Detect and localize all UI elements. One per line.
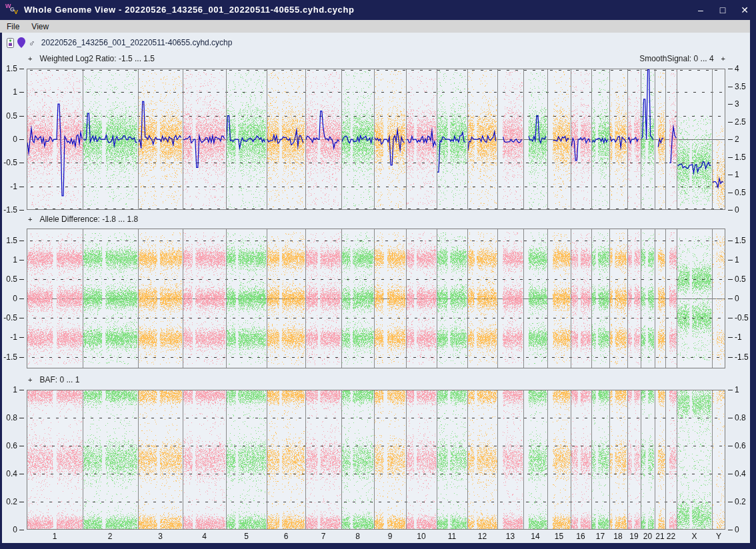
app-icon-letter-v: V (14, 9, 18, 15)
y-axis-tick-label-left: 1 (0, 385, 17, 394)
chromosome-label: 22 (665, 532, 677, 541)
y-axis-tick-label-left: -0.5 (0, 313, 17, 322)
y-axis-tick-label-right: 1 (735, 170, 739, 179)
y-axis-tick-label-right: 0 (735, 205, 739, 215)
expand-icon[interactable]: + (28, 215, 32, 223)
y-axis-tick-label-left: 0.2 (0, 497, 17, 506)
y-axis-tick-label-left: 0.5 (0, 111, 17, 121)
expand-icon[interactable]: + (28, 55, 32, 63)
chromosome-label: 14 (523, 532, 547, 541)
expand-icon[interactable]: + (721, 55, 725, 63)
chromosome-label: 1 (27, 532, 83, 541)
menu-view[interactable]: View (25, 22, 55, 31)
chromosome-label: 5 (226, 532, 267, 541)
y-axis-tick-label-left: -1.5 (0, 352, 17, 362)
menu-bar: File View (0, 20, 750, 33)
maximize-button[interactable]: □ (718, 0, 727, 20)
window-title: Whole Genome View - 20220526_143256_001_… (24, 0, 355, 20)
y-axis-tick-label-right: 0 (735, 294, 739, 303)
panel-header-smoothsignal: SmoothSignal: 0 ... 4+ (533, 54, 725, 63)
genome-plot-canvas[interactable] (0, 0, 756, 549)
panel-header-allele-difference: +Allele Difference: -1.8 ... 1.8 (28, 215, 138, 224)
chromosome-label: 3 (138, 532, 183, 541)
chromosome-label: Y (712, 532, 725, 541)
y-axis-tick-label-left: 0.6 (0, 441, 17, 450)
array-chip-icon (7, 38, 14, 48)
chromosome-label: 12 (467, 532, 497, 541)
y-axis-tick-label-right: 0.6 (735, 441, 746, 450)
y-axis-tick-label-right: 1 (735, 255, 739, 265)
y-axis-tick-label-left: -1 (0, 182, 17, 191)
y-axis-tick-label-left: 0 (0, 294, 17, 303)
y-axis-tick-label-left: 1 (0, 87, 17, 97)
y-axis-tick-label-right: -1.5 (735, 352, 749, 362)
chromosome-label: 6 (267, 532, 305, 541)
title-bar: W G V Whole Genome View - 20220526_14325… (0, 0, 756, 20)
chromosome-label: 4 (183, 532, 226, 541)
chromosome-label: 8 (341, 532, 374, 541)
menu-file[interactable]: File (0, 22, 25, 31)
chromosome-label: 10 (406, 532, 437, 541)
y-axis-tick-label-right: 1.5 (735, 153, 746, 162)
sample-row: ♂ 20220526_143256_001_20220511-40655.cyh… (7, 35, 232, 51)
y-axis-tick-label-right: 0.8 (735, 413, 746, 422)
chromosome-label: 16 (571, 532, 591, 541)
expand-icon[interactable]: + (28, 376, 32, 384)
chromosome-label: 11 (437, 532, 467, 541)
chromosome-label: 13 (497, 532, 523, 541)
y-axis-tick-label-left: -1.5 (0, 205, 17, 215)
y-axis-tick-label-left: 0 (0, 525, 17, 534)
right-axis-title-smoothsignal: SmoothSignal: 0 ... 4 (639, 54, 713, 63)
y-axis-tick-label-left: -0.5 (0, 158, 17, 167)
y-axis-tick-label-left: 1 (0, 255, 17, 265)
chromosome-label: 21 (655, 532, 665, 541)
chromosome-label: 18 (609, 532, 627, 541)
chromosome-label: 9 (374, 532, 406, 541)
y-axis-tick-label-right: 1 (735, 385, 739, 394)
y-axis-tick-label-right: 2.5 (735, 117, 746, 127)
y-axis-tick-label-right: 0.5 (735, 188, 746, 197)
male-sex-icon: ♂ (29, 38, 35, 48)
y-axis-tick-label-right: 0.5 (735, 274, 746, 284)
panel-title-weighted-log2: Weighted Log2 Ratio: -1.5 ... 1.5 (39, 54, 155, 63)
window-controls: – □ ✕ (696, 0, 749, 20)
y-axis-tick-label-right: 3.5 (735, 82, 746, 91)
panel-header-weighted-log2: +Weighted Log2 Ratio: -1.5 ... 1.5 (28, 54, 155, 63)
panel-header-baf: +BAF: 0 ... 1 (28, 375, 79, 384)
panel-title-baf: BAF: 0 ... 1 (39, 375, 79, 384)
chromosome-label: 7 (305, 532, 341, 541)
panel-title-allele-difference: Allele Difference: -1.8 ... 1.8 (39, 215, 138, 224)
y-axis-tick-label-left: 0 (0, 135, 17, 144)
chromosome-label: X (677, 532, 712, 541)
y-axis-tick-label-left: 1.5 (0, 236, 17, 245)
y-axis-tick-label-right: 3 (735, 99, 739, 109)
sample-marker-icon (17, 37, 25, 48)
chromosome-label: 17 (591, 532, 609, 541)
chromosome-label: 15 (547, 532, 571, 541)
y-axis-tick-label-right: 1.5 (735, 236, 746, 245)
y-axis-tick-label-left: 0.5 (0, 274, 17, 284)
y-axis-tick-label-right: 0.4 (735, 469, 746, 478)
y-axis-tick-label-right: 0.2 (735, 497, 746, 506)
chromosome-label: 20 (641, 532, 655, 541)
y-axis-tick-label-right: 0 (735, 525, 739, 534)
minimize-button[interactable]: – (696, 0, 705, 20)
y-axis-tick-label-right: -0.5 (735, 313, 749, 322)
y-axis-tick-label-left: 1.5 (0, 64, 17, 73)
y-axis-tick-label-right: 2 (735, 135, 739, 144)
chromosome-label: 19 (627, 532, 641, 541)
y-axis-tick-label-left: 0.8 (0, 413, 17, 422)
app-icon: W G V (5, 3, 21, 17)
sample-filename[interactable]: 20220526_143256_001_20220511-40655.cyhd.… (41, 38, 233, 47)
y-axis-tick-label-left: -1 (0, 332, 17, 342)
close-button[interactable]: ✕ (740, 0, 749, 20)
y-axis-tick-label-right: -1 (735, 332, 742, 342)
y-axis-tick-label-left: 0.4 (0, 469, 17, 478)
y-axis-tick-label-right: 4 (735, 64, 739, 73)
chromosome-label: 2 (83, 532, 137, 541)
